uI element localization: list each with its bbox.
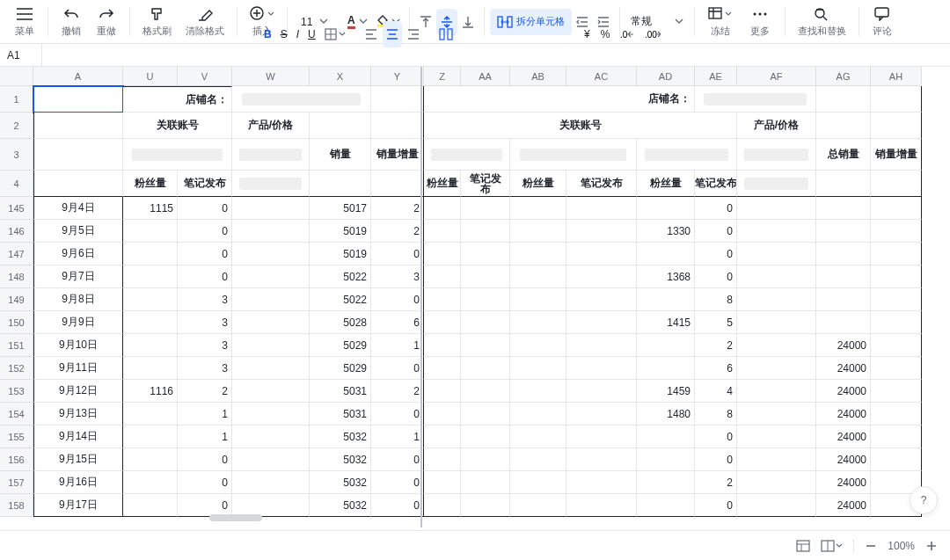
cell[interactable] <box>737 220 816 243</box>
cell[interactable] <box>33 171 123 197</box>
row-header-147[interactable]: 147 <box>0 243 33 265</box>
row-header-148[interactable]: 148 <box>0 265 33 288</box>
cell[interactable] <box>232 471 310 494</box>
row-header-4[interactable]: 4 <box>0 171 33 197</box>
cell[interactable] <box>510 471 566 494</box>
cell[interactable] <box>871 380 922 403</box>
cell[interactable] <box>737 471 816 494</box>
cell[interactable]: 销量增量 <box>871 139 922 171</box>
cell[interactable] <box>510 288 566 311</box>
cell[interactable] <box>424 357 461 380</box>
cell[interactable] <box>871 243 922 265</box>
cell[interactable] <box>424 243 461 265</box>
view-normal-button[interactable] <box>796 540 810 552</box>
dec-increase-button[interactable]: .00 <box>641 21 664 47</box>
cell[interactable] <box>637 357 695 380</box>
cell[interactable] <box>737 171 816 197</box>
cell[interactable] <box>737 311 816 334</box>
cell[interactable]: 8 <box>695 403 737 425</box>
cell[interactable] <box>232 265 310 288</box>
row-header-152[interactable]: 152 <box>0 357 33 380</box>
cell[interactable] <box>566 311 637 334</box>
cell[interactable] <box>737 265 816 288</box>
cell[interactable]: 0 <box>178 220 232 243</box>
cell[interactable]: 粉丝量 <box>123 171 178 197</box>
cell[interactable] <box>637 139 737 171</box>
cell[interactable] <box>871 288 922 311</box>
cell[interactable] <box>424 311 461 334</box>
cell[interactable] <box>461 380 510 403</box>
cell[interactable]: 24000 <box>816 380 871 403</box>
cell[interactable] <box>871 448 922 471</box>
cell[interactable] <box>510 139 637 171</box>
cell[interactable]: 2 <box>695 334 737 357</box>
cell[interactable] <box>424 403 461 425</box>
cell[interactable] <box>737 380 816 403</box>
cell[interactable]: 5019 <box>310 220 371 243</box>
cell[interactable] <box>461 448 510 471</box>
freeze-button[interactable]: 冻结 <box>700 0 741 43</box>
cell[interactable]: 销量增量 <box>371 139 424 171</box>
cell[interactable] <box>510 357 566 380</box>
cell[interactable] <box>510 380 566 403</box>
cell[interactable] <box>123 220 178 243</box>
cell[interactable] <box>695 86 816 113</box>
cell[interactable] <box>637 334 695 357</box>
cell[interactable]: 3 <box>178 334 232 357</box>
cell[interactable] <box>424 425 461 448</box>
cell[interactable] <box>461 357 510 380</box>
cell[interactable] <box>232 357 310 380</box>
cell[interactable]: 2 <box>371 197 424 220</box>
cell[interactable]: 6 <box>695 357 737 380</box>
row-header-155[interactable]: 155 <box>0 425 33 448</box>
cell[interactable]: 5022 <box>310 265 371 288</box>
cell[interactable] <box>816 197 871 220</box>
cell[interactable]: 2 <box>695 471 737 494</box>
cell[interactable] <box>871 86 922 113</box>
cell[interactable]: 3 <box>178 357 232 380</box>
cell[interactable] <box>871 357 922 380</box>
cell[interactable]: 关联账号 <box>123 113 232 139</box>
cell[interactable]: 9月11日 <box>33 357 123 380</box>
cell[interactable]: 24000 <box>816 425 871 448</box>
cell[interactable] <box>566 334 637 357</box>
cell[interactable]: 总销量 <box>816 139 871 171</box>
cell[interactable] <box>510 243 566 265</box>
valign-bottom-button[interactable] <box>457 9 479 35</box>
cell[interactable]: 0 <box>371 357 424 380</box>
cell[interactable] <box>816 243 871 265</box>
cell[interactable] <box>510 448 566 471</box>
column-header-AC[interactable]: AC <box>566 67 637 86</box>
row-header-158[interactable]: 158 <box>0 494 33 517</box>
dec-decrease-button[interactable]: .0 <box>617 21 638 47</box>
menu-button[interactable]: 菜单 <box>7 0 42 43</box>
currency-button[interactable]: ¥ <box>581 21 594 47</box>
row-header-3[interactable]: 3 <box>0 139 33 171</box>
cell[interactable]: 0 <box>371 288 424 311</box>
cell[interactable] <box>232 334 310 357</box>
row-header-1[interactable]: 1 <box>0 86 33 113</box>
row-header-146[interactable]: 146 <box>0 220 33 243</box>
row-header-2[interactable]: 2 <box>0 113 33 139</box>
cell[interactable] <box>637 288 695 311</box>
cell[interactable]: 1 <box>371 425 424 448</box>
row-header-154[interactable]: 154 <box>0 403 33 425</box>
undo-button[interactable]: 撤销 <box>54 0 89 43</box>
cell[interactable]: 24000 <box>816 471 871 494</box>
cell[interactable]: 24000 <box>816 334 871 357</box>
cell[interactable]: 5019 <box>310 243 371 265</box>
cell[interactable]: 5017 <box>310 197 371 220</box>
cell[interactable] <box>510 197 566 220</box>
cell[interactable] <box>871 311 922 334</box>
column-header-AA[interactable]: AA <box>461 67 510 86</box>
cell[interactable]: 0 <box>178 243 232 265</box>
cell[interactable] <box>461 220 510 243</box>
cell[interactable] <box>371 113 424 139</box>
cell[interactable] <box>424 265 461 288</box>
cell[interactable] <box>123 357 178 380</box>
cell[interactable]: 0 <box>695 265 737 288</box>
cell[interactable]: 1116 <box>123 380 178 403</box>
cell[interactable]: 1480 <box>637 403 695 425</box>
cell[interactable] <box>232 403 310 425</box>
zoom-in-button[interactable] <box>925 540 938 552</box>
